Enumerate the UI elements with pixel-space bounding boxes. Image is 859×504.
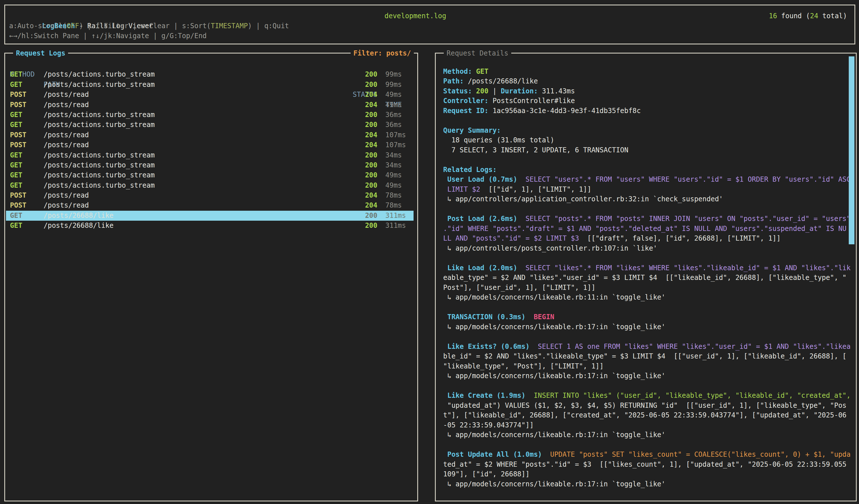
text-segment: LL AND "posts"."id" = $2 LIMIT $3 [443, 234, 579, 242]
log-row[interactable]: POST/posts/read20478ms [6, 190, 417, 200]
detail-line: ↳ app/controllers/posts_controller.rb:10… [443, 243, 855, 254]
log-row[interactable]: GET/posts/actions.turbo_stream20049ms [6, 181, 417, 190]
log-row-selected[interactable]: GET/posts/26688/like200311ms [6, 211, 417, 221]
log-row[interactable]: GET/posts/actions.turbo_stream20036ms [6, 110, 417, 120]
log-status: 200 [352, 181, 377, 190]
log-table-header: METHOD PATH STATUS TIME [6, 60, 417, 70]
log-row[interactable]: POST/posts/read204107ms [6, 140, 417, 150]
log-status: 204 [352, 100, 377, 110]
text-segment: ) | f:Filter | c:Clear | s:Sort( [79, 22, 211, 30]
log-method: GET [10, 120, 22, 130]
log-status: 200 [352, 80, 377, 90]
log-status: 204 [352, 200, 377, 211]
text-segment: 18 queries (31.0ms total) [443, 136, 554, 144]
text-segment: 311.43ms [538, 87, 575, 95]
log-status: 200 [352, 150, 377, 160]
log-table: METHOD PATH STATUS TIME GET/posts/action… [6, 55, 417, 500]
log-path: /posts/actions.turbo_stream [44, 160, 155, 170]
text-segment: ↳ app/models/concerns/likeable.rb:17:in … [443, 480, 665, 488]
hotkeys-line-1: a:Auto-scroll(OFF) | f:Filter | c:Clear … [9, 21, 850, 31]
log-status: 204 [352, 90, 377, 100]
log-row[interactable]: POST/posts/read20478ms [6, 200, 417, 211]
log-row[interactable]: GET/posts/actions.turbo_stream20099ms [6, 70, 417, 79]
detail-line: ↳ app/models/concerns/likeable.rb:17:in … [443, 322, 855, 332]
request-logs-panel: Request Logs Filter: posts/ METHOD PATH … [4, 53, 418, 501]
log-status: 200 [352, 120, 377, 130]
log-method: GET [10, 150, 22, 160]
log-method: GET [10, 80, 22, 90]
detail-line [443, 57, 855, 67]
detail-line: ."id" WHERE "posts"."draft" = $1 AND "po… [443, 224, 855, 234]
text-segment: BEGIN [526, 313, 554, 321]
detail-line: Path: /posts/26688/like [443, 76, 855, 86]
log-status: 200 [352, 170, 377, 180]
text-segment: Like Create (1.9ms) [443, 392, 526, 399]
detail-line: TRANSACTION (0.3ms) BEGIN [443, 312, 855, 322]
log-row[interactable]: GET/posts/26688/like200311ms [6, 221, 417, 231]
text-segment: Post Update All (1.0ms) [443, 450, 542, 458]
detail-line: Status: 200 | Duration: 311.43ms [443, 86, 855, 96]
log-row[interactable]: POST/posts/read20449ms [6, 100, 417, 110]
text-segment: -05 22:33:59.043774"]] [443, 421, 534, 429]
log-method: POST [10, 140, 27, 150]
detail-line: LL AND "posts"."id" = $2 LIMIT $3 [["dra… [443, 233, 855, 243]
log-method: GET [10, 181, 22, 190]
log-row[interactable]: GET/posts/actions.turbo_stream20034ms [6, 160, 417, 170]
text-segment: TRANSACTION (0.3ms) [443, 313, 526, 321]
detail-line: Query Summary: [443, 125, 855, 136]
text-segment: 200 [472, 87, 488, 95]
detail-line: ted_at" = $2 WHERE "posts"."id" = $3 [["… [443, 460, 855, 470]
log-time: 107ms [385, 140, 406, 150]
text-segment: User Load (0.7ms) [443, 175, 517, 183]
text-segment: found ( [777, 12, 810, 20]
details-scrollbar-thumb[interactable] [849, 56, 855, 244]
text-segment: t"], ["likeable_id", 26688], ["created_a… [443, 411, 846, 419]
detail-line: 7 SELECT, 3 INSERT, 2 UPDATE, 6 TRANSACT… [443, 145, 855, 155]
log-status: 204 [352, 140, 377, 150]
log-row[interactable]: GET/posts/actions.turbo_stream20049ms [6, 170, 417, 180]
log-path: /posts/actions.turbo_stream [44, 170, 155, 180]
detail-line: ↳ app/models/concerns/likeable.rb:11:in … [443, 292, 855, 302]
text-segment: ←→/hl:Switch Pane | ↑↓/jk:Navigate | g/G… [9, 32, 207, 40]
log-row[interactable]: GET/posts/actions.turbo_stream20036ms [6, 120, 417, 130]
log-path: /posts/actions.turbo_stream [44, 80, 155, 90]
text-segment: 109"], ["id", 26688]] [443, 470, 529, 478]
text-segment: Post Load (2.6ms) [443, 215, 517, 223]
detail-line: eable_type" = $2 AND "likes"."user_id" =… [443, 273, 855, 283]
detail-line: Like Load (2.0ms) SELECT "likes".* FROM … [443, 263, 855, 273]
detail-line: ↳ app/models/concerns/likeable.rb:17:in … [443, 371, 855, 381]
log-row[interactable]: POST/posts/read204107ms [6, 130, 417, 140]
text-segment: OFF [67, 22, 79, 30]
log-row[interactable]: GET/posts/actions.turbo_stream20099ms [6, 80, 417, 90]
text-segment: Status: [443, 87, 472, 95]
result-count: 16 found (24 total) [769, 11, 847, 21]
detail-line: Request ID: 1ac956aa-3c1e-4dd3-9e3f-41db… [443, 106, 855, 116]
log-file-name: development.log [385, 11, 446, 21]
detail-lines: Method: GETPath: /posts/26688/likeStatus… [437, 55, 855, 500]
text-segment: ted_at" = $2 WHERE "posts"."id" = $3 [["… [443, 460, 846, 469]
detail-line [443, 440, 855, 450]
log-time: 34ms [385, 160, 402, 170]
detail-line: Post"], ["user_id", 1], ["LIMIT", 1]] [443, 283, 855, 293]
text-segment: Controller: [443, 97, 488, 105]
detail-line [443, 302, 855, 312]
detail-line: 18 queries (31.0ms total) [443, 135, 855, 145]
text-segment: Related Logs: [443, 166, 497, 174]
log-status: 200 [352, 110, 377, 120]
text-segment: INSERT INTO "likes" ("user_id", "likeabl… [526, 392, 851, 399]
text-segment: Post"], ["user_id", 1], ["LIMIT", 1]] [443, 284, 596, 292]
log-time: 34ms [385, 150, 402, 160]
log-method: GET [10, 160, 22, 170]
text-segment: Request ID: [443, 107, 488, 115]
log-time: 49ms [385, 170, 402, 180]
log-rows: GET/posts/actions.turbo_stream20099msGET… [6, 70, 417, 231]
text-segment: UPDATE "posts" SET "likes_count" = COALE… [542, 450, 851, 458]
text-segment: SELECT "posts".* FROM "posts" INNER JOIN… [517, 215, 850, 223]
log-path: /posts/actions.turbo_stream [44, 150, 155, 160]
log-row[interactable]: GET/posts/actions.turbo_stream20034ms [6, 150, 417, 160]
log-time: 49ms [385, 100, 402, 110]
log-method: GET [10, 110, 22, 120]
log-row[interactable]: POST/posts/read20449ms [6, 90, 417, 100]
text-segment: SELECT "users".* FROM "users" WHERE "use… [517, 175, 850, 183]
log-status: 204 [352, 190, 377, 200]
